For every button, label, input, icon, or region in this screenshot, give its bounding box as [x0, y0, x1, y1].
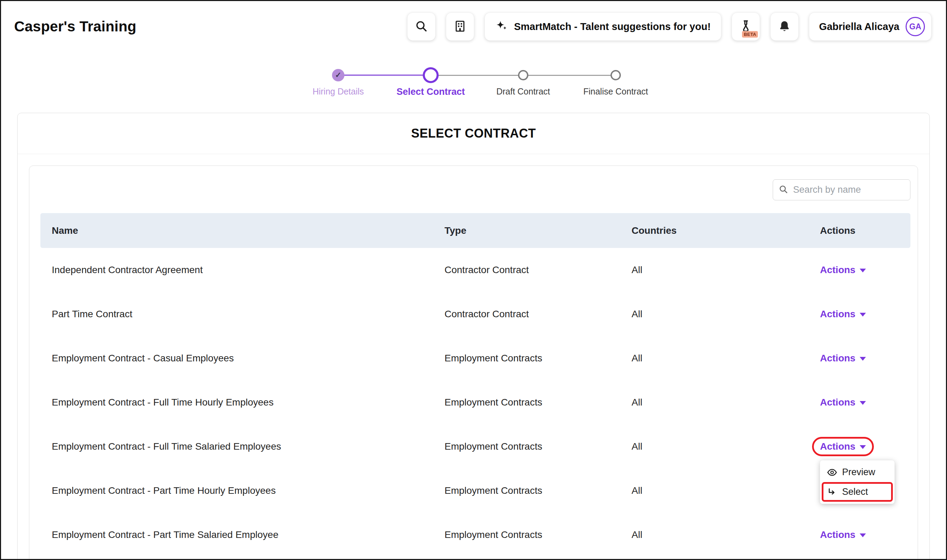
search-button[interactable]: [407, 12, 435, 41]
step-select-contract: Select Contract: [384, 66, 477, 106]
contract-type: Employment Contracts: [444, 485, 632, 496]
notifications-button[interactable]: [770, 12, 799, 41]
contract-name: Employment Contract - Part Time Hourly E…: [52, 485, 444, 496]
contract-type: Employment Contracts: [444, 441, 632, 452]
actions-button[interactable]: Actions: [820, 353, 866, 364]
smartmatch-label: SmartMatch - Talent suggestions for you!: [514, 21, 711, 32]
step-upcoming-dot: [611, 70, 621, 80]
contract-countries: All: [632, 397, 820, 408]
step-upcoming-dot: [518, 70, 528, 80]
select-contract-card: SELECT CONTRACT Name Type Countries Acti…: [17, 113, 930, 560]
menu-item-select[interactable]: Select: [822, 482, 893, 502]
contract-name: Part Time Contract: [52, 309, 444, 320]
page-title: SELECT CONTRACT: [411, 126, 536, 141]
user-name: Gabriella Alicaya: [819, 21, 899, 32]
chevron-down-icon: [860, 269, 866, 272]
stepper: ✓ Hiring Details Select Contract Draft C…: [292, 66, 662, 106]
search-by-name: [773, 179, 910, 200]
contract-countries: All: [632, 265, 820, 275]
actions-button-open[interactable]: Actions: [820, 441, 866, 452]
contract-type: Employment Contracts: [444, 353, 632, 364]
table-row: Independent Contractor Agreement Contrac…: [40, 248, 910, 292]
check-icon: ✓: [335, 71, 341, 80]
column-header-name: Name: [52, 225, 444, 236]
actions-button[interactable]: Actions: [820, 309, 866, 320]
contract-countries: All: [632, 485, 820, 496]
contract-type: Contractor Contract: [444, 265, 632, 275]
menu-item-preview[interactable]: Preview: [822, 462, 893, 482]
contract-countries: All: [632, 309, 820, 320]
app-header: Casper's Training SmartMatch - Talent su…: [1, 1, 946, 53]
chevron-down-icon: [860, 534, 866, 537]
contract-type: Contractor Contract: [444, 309, 632, 320]
table-row: Employment Contract - Part Time Salaried…: [40, 513, 910, 557]
chevron-down-icon: [860, 357, 866, 361]
annotation-ellipse: Actions: [812, 437, 874, 456]
building-icon: [453, 20, 467, 34]
smartmatch-button[interactable]: SmartMatch - Talent suggestions for you!: [484, 12, 721, 41]
avatar: GA: [905, 17, 925, 36]
table-header-row: Name Type Countries Actions: [40, 213, 910, 248]
step-hiring-details[interactable]: ✓ Hiring Details: [292, 66, 384, 106]
search-icon: [779, 185, 788, 195]
select-arrow-icon: [827, 487, 837, 497]
chevron-down-icon: [860, 445, 866, 449]
contract-name: Employment Contract - Full Time Hourly E…: [52, 397, 444, 408]
step-label: Select Contract: [384, 86, 477, 97]
contract-type: Employment Contracts: [444, 529, 632, 540]
step-completed-dot: ✓: [332, 69, 344, 82]
contracts-table: Name Type Countries Actions Independent …: [40, 213, 910, 557]
menu-item-label: Preview: [842, 467, 875, 478]
step-label: Hiring Details: [292, 86, 384, 97]
actions-button[interactable]: Actions: [820, 265, 866, 275]
table-row: Employment Contract - Full Time Hourly E…: [40, 380, 910, 425]
chevron-down-icon: [860, 313, 866, 317]
contract-countries: All: [632, 353, 820, 364]
column-header-countries: Countries: [632, 225, 820, 236]
contract-name: Independent Contractor Agreement: [52, 265, 444, 275]
eye-icon: [827, 467, 837, 478]
chevron-down-icon: [860, 401, 866, 405]
column-header-type: Type: [444, 225, 632, 236]
column-header-actions: Actions: [820, 225, 910, 236]
card-header: SELECT CONTRACT: [18, 113, 929, 154]
actions-button[interactable]: Actions: [820, 529, 866, 540]
header-actions: SmartMatch - Talent suggestions for you!…: [407, 12, 932, 41]
contract-name: Employment Contract - Casual Employees: [52, 353, 444, 364]
contract-countries: All: [632, 529, 820, 540]
table-row: Employment Contract - Part Time Hourly E…: [40, 469, 910, 513]
organisation-button[interactable]: [446, 12, 474, 41]
step-label: Finalise Contract: [569, 86, 662, 97]
sparkle-icon: [495, 19, 507, 34]
beta-badge: BETA: [742, 31, 758, 38]
table-row-highlighted: Employment Contract - Full Time Salaried…: [40, 425, 910, 469]
step-finalise-contract: Finalise Contract: [569, 66, 662, 106]
app-title: Casper's Training: [14, 18, 136, 35]
actions-button[interactable]: Actions: [820, 397, 866, 408]
contract-name: Employment Contract - Part Time Salaried…: [52, 529, 444, 540]
actions-menu: Preview Select: [820, 460, 895, 504]
table-row: Employment Contract - Casual Employees E…: [40, 336, 910, 380]
contract-type: Employment Contracts: [444, 397, 632, 408]
contract-name: Employment Contract - Full Time Salaried…: [52, 441, 444, 452]
search-input[interactable]: [793, 184, 905, 195]
contracts-panel: Name Type Countries Actions Independent …: [29, 166, 918, 560]
step-draft-contract: Draft Contract: [477, 66, 569, 106]
user-menu[interactable]: Gabriella Alicaya GA: [809, 12, 932, 41]
step-label: Draft Contract: [477, 86, 569, 97]
bell-icon: [778, 20, 791, 34]
step-current-dot: [423, 67, 439, 83]
contract-countries: All: [632, 441, 820, 452]
menu-item-label: Select: [842, 486, 868, 497]
labs-button[interactable]: BETA: [732, 12, 760, 41]
search-icon: [415, 20, 428, 34]
table-row: Part Time Contract Contractor Contract A…: [40, 292, 910, 336]
